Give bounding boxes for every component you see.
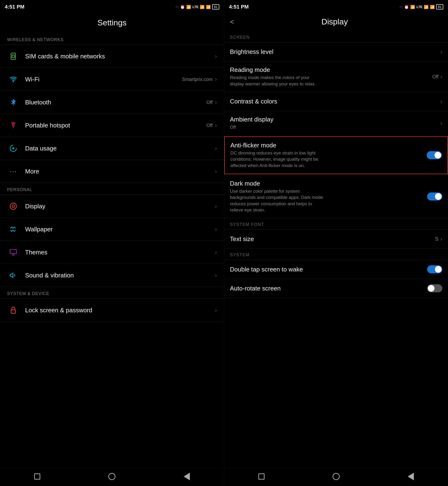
- ambient-item[interactable]: Ambient display Off ›: [224, 111, 448, 135]
- darkmode-toggle[interactable]: [427, 192, 442, 200]
- personal-section-label: PERSONAL: [0, 183, 224, 195]
- textsize-right: S ›: [435, 236, 442, 242]
- display-title-left: Display: [25, 203, 215, 210]
- bluetooth-title: Bluetooth: [25, 99, 207, 106]
- ambient-sub: Off: [230, 124, 325, 131]
- lte-icon: LTE: [192, 5, 198, 9]
- left-nav-square-icon[interactable]: [34, 473, 40, 480]
- left-time: 4:51 PM: [5, 4, 24, 10]
- display-right: ›: [215, 203, 217, 210]
- wifi-chevron-icon: ›: [215, 76, 217, 82]
- display-content: Display: [25, 203, 215, 210]
- autorotate-item[interactable]: Auto-rotate screen: [224, 279, 448, 298]
- data-title: Data usage: [25, 145, 215, 152]
- antiflicker-sub: DC dimming reduces eye strain in low lig…: [230, 150, 325, 169]
- display-item[interactable]: Display ›: [0, 195, 224, 218]
- antiflicker-right[interactable]: [427, 151, 442, 159]
- hotspot-item[interactable]: Portable hotspot Off ›: [0, 114, 224, 137]
- doubletap-toggle[interactable]: [427, 265, 442, 273]
- battery-icon: 81: [212, 4, 219, 9]
- darkmode-right[interactable]: [427, 192, 442, 200]
- brightness-item[interactable]: Brightness level ›: [224, 42, 448, 61]
- themes-content: Themes: [25, 249, 215, 256]
- back-button[interactable]: <: [230, 18, 234, 26]
- lock-chevron-icon: ›: [215, 307, 217, 313]
- darkmode-title: Dark mode: [230, 180, 260, 187]
- autorotate-content: Auto-rotate screen: [230, 285, 424, 292]
- data-chevron-icon: ›: [215, 145, 217, 152]
- autorotate-toggle[interactable]: [427, 284, 442, 292]
- doubletap-toggle-knob: [435, 266, 442, 273]
- hotspot-right: Off ›: [207, 122, 217, 129]
- bluetooth-value: Off: [207, 100, 213, 105]
- right-status-bar: 4:51 PM ··· ⏰ 📶 LTE 📶 📶 81: [224, 0, 448, 13]
- more-chevron-icon: ›: [215, 168, 217, 175]
- screen-section-label: SCREEN: [224, 31, 448, 42]
- doubletap-content: Double tap screen to wake: [230, 266, 424, 273]
- right-nav-back-icon[interactable]: [408, 473, 414, 480]
- wireless-section-label: WIRELESS & NETWORKS: [0, 33, 224, 45]
- sim-item[interactable]: SIM cards & mobile networks ›: [0, 45, 224, 68]
- autorotate-title: Auto-rotate screen: [230, 285, 281, 292]
- left-nav-circle-icon[interactable]: [108, 473, 115, 480]
- right-signal-bar2-icon: 📶: [424, 5, 429, 9]
- svg-point-2: [13, 81, 14, 82]
- bluetooth-item[interactable]: Bluetooth Off ›: [0, 91, 224, 114]
- sound-icon: [7, 269, 19, 281]
- textsize-item[interactable]: Text size S ›: [224, 230, 448, 249]
- sim-right: ›: [215, 53, 217, 59]
- doubletap-item[interactable]: Double tap screen to wake: [224, 260, 448, 279]
- system-section-label: SYSTEM & DEVICE: [0, 287, 224, 298]
- contrast-chevron-icon: ›: [440, 98, 442, 105]
- contrast-item[interactable]: Contrast & colors ›: [224, 92, 448, 111]
- bluetooth-chevron-icon: ›: [215, 99, 217, 106]
- right-nav-circle-icon[interactable]: [333, 473, 340, 480]
- ambient-chevron-icon: ›: [440, 120, 442, 126]
- right-nav-square-icon[interactable]: [258, 473, 264, 480]
- hotspot-title: Portable hotspot: [25, 122, 207, 129]
- sysfont-section-label: SYSTEM FONT: [224, 218, 448, 230]
- wallpaper-item[interactable]: Wallpaper ›: [0, 218, 224, 241]
- themes-icon: [7, 246, 19, 258]
- wifi-item[interactable]: Wi-Fi Smartprix.com ›: [0, 68, 224, 91]
- hotspot-content: Portable hotspot: [25, 122, 207, 129]
- sound-item[interactable]: Sound & vibration ›: [0, 264, 224, 287]
- right-wifi-icon: 📶: [430, 5, 435, 9]
- reading-title: Reading mode: [230, 66, 270, 73]
- autorotate-right[interactable]: [427, 284, 442, 292]
- lock-content: Lock screen & password: [25, 307, 215, 314]
- left-nav-back-icon[interactable]: [184, 473, 190, 480]
- right-time: 4:51 PM: [229, 4, 249, 10]
- data-usage-icon: [7, 142, 19, 155]
- more-icon: ···: [7, 165, 19, 178]
- sim-icon: [7, 50, 19, 62]
- data-right: ›: [215, 145, 217, 152]
- themes-chevron-icon: ›: [215, 249, 217, 255]
- wallpaper-title: Wallpaper: [25, 226, 215, 233]
- left-status-icons: ··· ⏰ 📶 LTE 📶 📶 81: [176, 4, 219, 9]
- antiflicker-content: Anti-flicker mode DC dimming reduces eye…: [230, 142, 424, 169]
- lock-item[interactable]: Lock screen & password ›: [0, 299, 224, 322]
- lock-title: Lock screen & password: [25, 307, 215, 314]
- wifi-value: Smartprix.com: [182, 77, 213, 82]
- data-content: Data usage: [25, 145, 215, 152]
- antiflicker-toggle[interactable]: [427, 151, 442, 159]
- darkmode-item[interactable]: Dark mode Use darker color palette for s…: [224, 175, 448, 218]
- signal-bar2-icon: 📶: [200, 5, 205, 9]
- doubletap-right[interactable]: [427, 265, 442, 273]
- doubletap-title: Double tap screen to wake: [230, 266, 303, 273]
- display-icon: [7, 200, 19, 212]
- reading-right: Off ›: [432, 73, 442, 80]
- right-signal-bar-icon: 📶: [410, 5, 415, 9]
- antiflicker-item[interactable]: Anti-flicker mode DC dimming reduces eye…: [224, 136, 448, 174]
- textsize-title: Text size: [230, 235, 254, 243]
- svg-point-3: [12, 124, 14, 126]
- themes-item[interactable]: Themes ›: [0, 241, 224, 264]
- sim-chevron-icon: ›: [215, 53, 217, 59]
- svg-rect-9: [11, 310, 16, 313]
- data-item[interactable]: Data usage ›: [0, 137, 224, 160]
- antiflicker-toggle-knob: [434, 152, 441, 158]
- more-item[interactable]: ··· More ›: [0, 160, 224, 183]
- display-panel: 4:51 PM ··· ⏰ 📶 LTE 📶 📶 81 < Display SCR…: [224, 0, 448, 486]
- reading-item[interactable]: Reading mode Reading mode makes the colo…: [224, 61, 448, 92]
